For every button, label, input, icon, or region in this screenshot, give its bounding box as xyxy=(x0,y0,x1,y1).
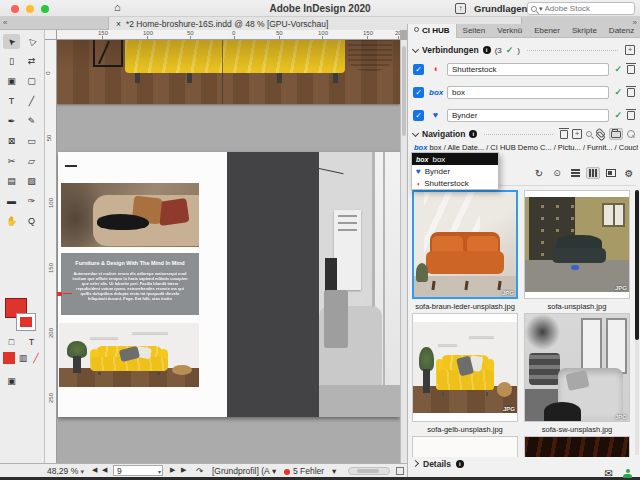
direct-selection-tool[interactable]: ▷ xyxy=(23,34,40,49)
tab-ci-hub[interactable]: CI HUB xyxy=(408,24,457,38)
first-page-button[interactable]: ◀ xyxy=(92,466,97,474)
content-placer-tool[interactable]: ▢ xyxy=(23,74,40,89)
trash-icon[interactable] xyxy=(627,65,635,74)
verbindungen-header[interactable]: Verbindungen i (3✓) + xyxy=(413,44,635,56)
free-transform-tool[interactable]: ▱ xyxy=(23,154,40,169)
preflight-error-indicator[interactable]: 5 Fehler xyxy=(284,466,324,476)
apply-gradient-button[interactable]: ▥ xyxy=(17,352,29,364)
search-input[interactable] xyxy=(545,4,625,13)
refresh-icon[interactable]: ↻ xyxy=(532,167,546,179)
tab-verknuepfungen[interactable]: Verknü xyxy=(491,24,528,38)
line-tool[interactable]: ╱ xyxy=(23,94,40,109)
left-page-text-frame[interactable]: Furniture & Design With The Mind In Mind… xyxy=(61,253,199,315)
details-header[interactable]: Details i xyxy=(413,459,464,469)
split-window-icon[interactable] xyxy=(396,467,404,475)
asset-card[interactable] xyxy=(524,436,630,457)
screen-mode-button[interactable]: ▣ xyxy=(3,374,20,389)
info-icon[interactable]: i xyxy=(456,460,464,468)
apply-fill-button[interactable] xyxy=(3,352,15,364)
scrollbar-thumb[interactable] xyxy=(357,469,379,473)
yellow-sofa-photo-frame[interactable] xyxy=(59,323,199,387)
browse-folder-button[interactable] xyxy=(609,128,623,140)
last-page-button[interactable]: ▶ xyxy=(181,466,186,474)
navigation-header[interactable]: Navigation i + xyxy=(413,128,635,140)
right-page[interactable]: The Design People Autemendae et molore r… xyxy=(227,152,400,417)
chevron-right-icon[interactable] xyxy=(412,459,419,466)
checkbox-checked[interactable]: ✓ xyxy=(413,87,424,98)
scissors-tool[interactable]: ✂ xyxy=(3,154,20,169)
chevron-down-icon[interactable]: ▾ xyxy=(158,467,161,477)
apply-none-button[interactable]: ╱ xyxy=(30,352,42,364)
rectangle-tool[interactable]: ▭ xyxy=(23,134,40,149)
trash-icon[interactable] xyxy=(560,130,568,139)
scrollbar-thumb[interactable] xyxy=(402,46,406,136)
grid-view-icon[interactable] xyxy=(586,167,600,179)
asset-grid-scrollbar[interactable] xyxy=(635,190,639,455)
menu-item-box[interactable]: box box xyxy=(412,153,498,165)
tab-datenzusammenfuehrung[interactable]: Datenz xyxy=(603,24,640,38)
formatting-container-toggle[interactable]: □ xyxy=(3,336,20,348)
preflight-profile-dropdown[interactable]: [Grundprofil] (Ar... xyxy=(212,466,270,476)
user-account-icon[interactable] xyxy=(623,469,632,478)
collapse-left-icon[interactable]: « xyxy=(3,18,7,27)
zoom-tool[interactable]: Q xyxy=(23,214,40,229)
zoom-level-dropdown[interactable]: 48,29 % ▾ xyxy=(47,466,84,476)
next-page-button[interactable]: ▶ xyxy=(170,466,175,474)
selection-tool[interactable]: ➤ xyxy=(3,34,20,49)
tab-skripte[interactable]: Skripte xyxy=(566,24,603,38)
gradient-feather-tool[interactable]: ▨ xyxy=(23,174,40,189)
page-tool[interactable]: ▯ xyxy=(3,54,20,69)
note-tool[interactable]: ▬ xyxy=(3,194,20,209)
asset-card[interactable]: JPG xyxy=(412,313,518,422)
info-icon[interactable]: i xyxy=(469,130,477,138)
trash-icon[interactable] xyxy=(627,111,635,120)
dog-sofa-photo-frame[interactable] xyxy=(61,183,199,247)
previous-page-button[interactable]: ◀ xyxy=(102,466,107,474)
frame-tool[interactable]: ⊠ xyxy=(3,134,20,149)
chevron-down-icon[interactable] xyxy=(412,129,419,136)
chevron-down-icon[interactable]: ▾ xyxy=(272,466,276,476)
chevron-down-icon[interactable]: ▾ xyxy=(332,466,336,476)
asset-card[interactable]: JPG xyxy=(524,190,630,299)
asset-card[interactable]: JPG xyxy=(524,313,630,422)
vertical-ruler[interactable]: 0 50 100 150 200 250 xyxy=(45,40,57,465)
breadcrumb[interactable]: box box / Alle Date... / CI HUB Demo C..… xyxy=(414,143,638,152)
tab-ebenen[interactable]: Ebener xyxy=(528,24,566,38)
pencil-tool[interactable]: ✎ xyxy=(23,114,40,129)
asset-card[interactable] xyxy=(412,436,518,457)
target-icon[interactable]: ⊙ xyxy=(550,167,564,179)
zoom-out-icon[interactable] xyxy=(586,131,592,137)
tab-seiten[interactable]: Seiten xyxy=(457,24,492,38)
left-page[interactable]: Furniture & Design With The Mind In Mind… xyxy=(58,152,227,417)
connection-name-input[interactable]: Shutterstock xyxy=(447,63,609,76)
scrollbar-thumb[interactable] xyxy=(635,190,639,340)
checkbox-checked[interactable]: ✓ xyxy=(413,64,424,75)
checkbox-checked[interactable]: ✓ xyxy=(413,110,424,121)
connection-name-input[interactable]: Bynder xyxy=(447,109,609,122)
stock-search-field[interactable]: ▾ xyxy=(527,2,635,15)
active-spread[interactable]: Furniture & Design With The Mind In Mind… xyxy=(58,152,400,417)
search-icon[interactable] xyxy=(627,130,635,138)
add-connection-icon[interactable]: + xyxy=(625,45,635,55)
list-view-icon[interactable] xyxy=(568,167,582,179)
mail-icon[interactable]: ✉ xyxy=(605,468,613,479)
asset-card-selected[interactable]: JPG xyxy=(412,190,518,299)
page-rotate-icon[interactable]: ↷ xyxy=(196,466,203,476)
gradient-tool[interactable]: ▤ xyxy=(3,174,20,189)
canvas-vertical-scrollbar[interactable] xyxy=(400,40,407,463)
connection-name-input[interactable]: box xyxy=(447,86,609,99)
gap-tool[interactable]: ⇄ xyxy=(23,54,40,69)
settings-gear-icon[interactable]: ⚙ xyxy=(622,167,636,179)
ruler-origin[interactable] xyxy=(45,30,57,40)
menu-item-bynder[interactable]: ♥ Bynder xyxy=(412,165,498,177)
detail-view-icon[interactable] xyxy=(604,167,618,179)
pasteboard[interactable]: Furniture & Design With The Mind In Mind… xyxy=(57,40,400,463)
trash-icon[interactable] xyxy=(627,88,635,97)
pen-tool[interactable]: ✒ xyxy=(3,114,20,129)
workspace-switcher[interactable]: Grundlagen ▾ xyxy=(474,3,533,14)
formatting-text-toggle[interactable]: T xyxy=(23,336,40,348)
page-number-field[interactable]: 9 ▾ xyxy=(113,465,163,476)
add-folder-icon[interactable]: + xyxy=(572,129,582,139)
horizontal-ruler[interactable]: 150 100 50 0 50 100 150 20 xyxy=(57,30,400,40)
menu-item-shutterstock[interactable]: ◖ Shutterstock xyxy=(412,177,498,189)
